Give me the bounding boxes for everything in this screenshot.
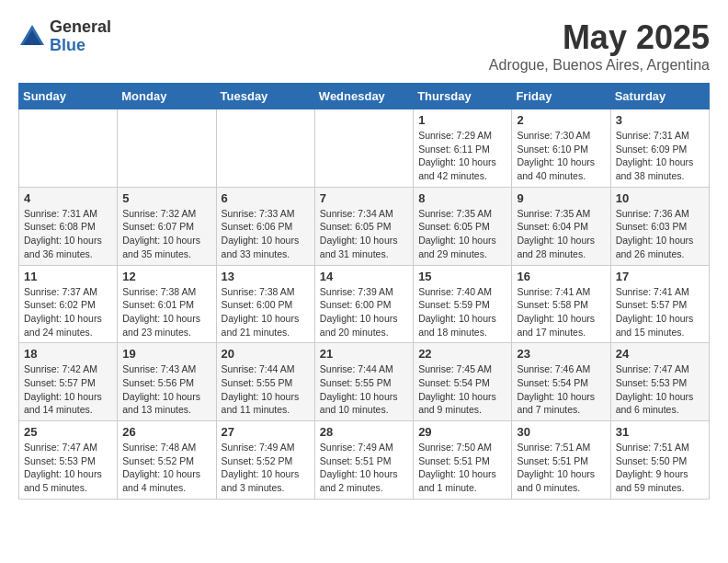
calendar-cell: 16Sunrise: 7:41 AM Sunset: 5:58 PM Dayli… bbox=[512, 265, 610, 343]
day-content: Sunrise: 7:47 AM Sunset: 5:53 PM Dayligh… bbox=[24, 441, 112, 495]
day-content: Sunrise: 7:50 AM Sunset: 5:51 PM Dayligh… bbox=[418, 441, 506, 495]
weekday-sunday: Sunday bbox=[19, 84, 118, 109]
day-number: 11 bbox=[24, 270, 112, 283]
day-content: Sunrise: 7:35 AM Sunset: 6:04 PM Dayligh… bbox=[517, 207, 605, 261]
day-number: 13 bbox=[222, 270, 310, 283]
calendar-cell: 20Sunrise: 7:44 AM Sunset: 5:55 PM Dayli… bbox=[216, 343, 314, 421]
day-number: 30 bbox=[517, 425, 605, 439]
day-content: Sunrise: 7:38 AM Sunset: 6:00 PM Dayligh… bbox=[222, 285, 310, 339]
calendar-cell bbox=[314, 109, 413, 188]
day-number: 10 bbox=[616, 191, 704, 205]
day-content: Sunrise: 7:32 AM Sunset: 6:07 PM Dayligh… bbox=[122, 207, 210, 261]
calendar-cell: 15Sunrise: 7:40 AM Sunset: 5:59 PM Dayli… bbox=[414, 265, 512, 343]
calendar-cell: 12Sunrise: 7:38 AM Sunset: 6:01 PM Dayli… bbox=[118, 265, 216, 343]
day-content: Sunrise: 7:51 AM Sunset: 5:50 PM Dayligh… bbox=[616, 441, 704, 495]
logo-text: General Blue bbox=[50, 18, 111, 55]
day-number: 19 bbox=[122, 347, 210, 361]
weekday-saturday: Saturday bbox=[610, 84, 709, 109]
weekday-friday: Friday bbox=[512, 84, 610, 109]
page-header: General Blue May 2025 Adrogue, Buenos Ai… bbox=[18, 18, 710, 74]
day-content: Sunrise: 7:49 AM Sunset: 5:52 PM Dayligh… bbox=[222, 441, 310, 495]
day-number: 14 bbox=[320, 270, 408, 283]
calendar-cell: 23Sunrise: 7:46 AM Sunset: 5:54 PM Dayli… bbox=[512, 343, 610, 421]
day-number: 17 bbox=[616, 270, 704, 283]
day-number: 16 bbox=[517, 270, 605, 283]
calendar-cell: 1Sunrise: 7:29 AM Sunset: 6:11 PM Daylig… bbox=[414, 109, 512, 188]
calendar-cell: 22Sunrise: 7:45 AM Sunset: 5:54 PM Dayli… bbox=[414, 343, 512, 421]
weekday-tuesday: Tuesday bbox=[216, 84, 314, 109]
day-content: Sunrise: 7:43 AM Sunset: 5:56 PM Dayligh… bbox=[122, 362, 210, 417]
calendar-cell: 21Sunrise: 7:44 AM Sunset: 5:55 PM Dayli… bbox=[314, 343, 413, 421]
day-number: 2 bbox=[517, 113, 605, 127]
calendar-cell: 10Sunrise: 7:36 AM Sunset: 6:03 PM Dayli… bbox=[610, 187, 709, 265]
logo-general: General bbox=[50, 18, 111, 37]
day-content: Sunrise: 7:36 AM Sunset: 6:03 PM Dayligh… bbox=[616, 207, 704, 261]
day-number: 25 bbox=[24, 425, 112, 439]
day-number: 7 bbox=[320, 191, 408, 205]
weekday-header-row: SundayMondayTuesdayWednesdayThursdayFrid… bbox=[19, 84, 710, 109]
calendar-cell: 13Sunrise: 7:38 AM Sunset: 6:00 PM Dayli… bbox=[216, 265, 314, 343]
day-number: 3 bbox=[616, 113, 704, 127]
calendar-cell: 19Sunrise: 7:43 AM Sunset: 5:56 PM Dayli… bbox=[118, 343, 216, 421]
day-content: Sunrise: 7:38 AM Sunset: 6:01 PM Dayligh… bbox=[122, 285, 210, 339]
day-content: Sunrise: 7:41 AM Sunset: 5:58 PM Dayligh… bbox=[517, 285, 605, 339]
calendar-table: SundayMondayTuesdayWednesdayThursdayFrid… bbox=[18, 83, 710, 500]
day-content: Sunrise: 7:29 AM Sunset: 6:11 PM Dayligh… bbox=[418, 129, 506, 183]
month-title: May 2025 bbox=[489, 18, 710, 57]
day-content: Sunrise: 7:33 AM Sunset: 6:06 PM Dayligh… bbox=[222, 207, 310, 261]
day-number: 6 bbox=[222, 191, 310, 205]
day-content: Sunrise: 7:39 AM Sunset: 6:00 PM Dayligh… bbox=[320, 285, 408, 339]
weekday-wednesday: Wednesday bbox=[314, 84, 413, 109]
week-row-2: 11Sunrise: 7:37 AM Sunset: 6:02 PM Dayli… bbox=[19, 265, 710, 343]
day-content: Sunrise: 7:34 AM Sunset: 6:05 PM Dayligh… bbox=[320, 207, 408, 261]
calendar-cell bbox=[19, 109, 118, 188]
day-number: 12 bbox=[122, 270, 210, 283]
calendar-cell: 17Sunrise: 7:41 AM Sunset: 5:57 PM Dayli… bbox=[610, 265, 709, 343]
day-content: Sunrise: 7:48 AM Sunset: 5:52 PM Dayligh… bbox=[122, 441, 210, 495]
day-content: Sunrise: 7:51 AM Sunset: 5:51 PM Dayligh… bbox=[517, 441, 605, 495]
day-content: Sunrise: 7:31 AM Sunset: 6:09 PM Dayligh… bbox=[616, 129, 704, 183]
day-number: 31 bbox=[616, 425, 704, 439]
day-content: Sunrise: 7:30 AM Sunset: 6:10 PM Dayligh… bbox=[517, 129, 605, 183]
calendar-cell: 27Sunrise: 7:49 AM Sunset: 5:52 PM Dayli… bbox=[216, 421, 314, 500]
day-number: 23 bbox=[517, 347, 605, 361]
calendar-cell: 28Sunrise: 7:49 AM Sunset: 5:51 PM Dayli… bbox=[314, 421, 413, 500]
calendar-cell bbox=[216, 109, 314, 188]
calendar-cell: 11Sunrise: 7:37 AM Sunset: 6:02 PM Dayli… bbox=[19, 265, 118, 343]
day-number: 18 bbox=[24, 347, 112, 361]
week-row-0: 1Sunrise: 7:29 AM Sunset: 6:11 PM Daylig… bbox=[19, 109, 710, 188]
day-number: 9 bbox=[517, 191, 605, 205]
day-content: Sunrise: 7:45 AM Sunset: 5:54 PM Dayligh… bbox=[418, 362, 506, 417]
day-number: 15 bbox=[418, 270, 506, 283]
logo: General Blue bbox=[18, 18, 111, 55]
day-number: 21 bbox=[320, 347, 408, 361]
day-content: Sunrise: 7:35 AM Sunset: 6:05 PM Dayligh… bbox=[418, 207, 506, 261]
week-row-1: 4Sunrise: 7:31 AM Sunset: 6:08 PM Daylig… bbox=[19, 187, 710, 265]
calendar-cell: 5Sunrise: 7:32 AM Sunset: 6:07 PM Daylig… bbox=[118, 187, 216, 265]
day-content: Sunrise: 7:40 AM Sunset: 5:59 PM Dayligh… bbox=[418, 285, 506, 339]
logo-icon bbox=[18, 23, 46, 51]
day-number: 29 bbox=[418, 425, 506, 439]
day-number: 28 bbox=[320, 425, 408, 439]
location-title: Adrogue, Buenos Aires, Argentina bbox=[489, 57, 710, 74]
calendar-cell: 18Sunrise: 7:42 AM Sunset: 5:57 PM Dayli… bbox=[19, 343, 118, 421]
day-content: Sunrise: 7:41 AM Sunset: 5:57 PM Dayligh… bbox=[616, 285, 704, 339]
weekday-thursday: Thursday bbox=[414, 84, 512, 109]
week-row-4: 25Sunrise: 7:47 AM Sunset: 5:53 PM Dayli… bbox=[19, 421, 710, 500]
calendar-cell: 24Sunrise: 7:47 AM Sunset: 5:53 PM Dayli… bbox=[610, 343, 709, 421]
calendar-cell: 26Sunrise: 7:48 AM Sunset: 5:52 PM Dayli… bbox=[118, 421, 216, 500]
day-content: Sunrise: 7:37 AM Sunset: 6:02 PM Dayligh… bbox=[24, 285, 112, 339]
day-content: Sunrise: 7:47 AM Sunset: 5:53 PM Dayligh… bbox=[616, 362, 704, 417]
logo-blue: Blue bbox=[50, 37, 111, 55]
calendar-cell: 4Sunrise: 7:31 AM Sunset: 6:08 PM Daylig… bbox=[19, 187, 118, 265]
calendar-cell: 14Sunrise: 7:39 AM Sunset: 6:00 PM Dayli… bbox=[314, 265, 413, 343]
calendar-cell bbox=[118, 109, 216, 188]
day-number: 20 bbox=[222, 347, 310, 361]
calendar-cell: 25Sunrise: 7:47 AM Sunset: 5:53 PM Dayli… bbox=[19, 421, 118, 500]
day-content: Sunrise: 7:44 AM Sunset: 5:55 PM Dayligh… bbox=[222, 362, 310, 417]
day-number: 1 bbox=[418, 113, 506, 127]
day-number: 5 bbox=[122, 191, 210, 205]
calendar-cell: 3Sunrise: 7:31 AM Sunset: 6:09 PM Daylig… bbox=[610, 109, 709, 188]
calendar-cell: 8Sunrise: 7:35 AM Sunset: 6:05 PM Daylig… bbox=[414, 187, 512, 265]
day-content: Sunrise: 7:42 AM Sunset: 5:57 PM Dayligh… bbox=[24, 362, 112, 417]
